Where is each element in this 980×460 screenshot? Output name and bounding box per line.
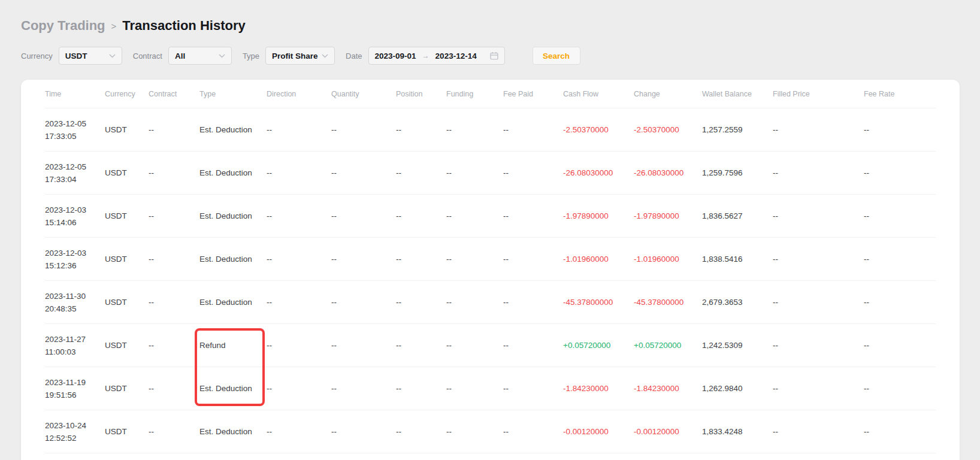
cell-fee_rate: -- (864, 211, 936, 220)
column-header-quantity: Quantity (331, 90, 396, 98)
cell-position: -- (396, 168, 446, 177)
column-header-direction: Direction (267, 90, 331, 98)
column-header-cash_flow: Cash Flow (563, 90, 634, 98)
transaction-table-card: TimeCurrencyContractTypeDirectionQuantit… (21, 80, 960, 460)
cell-fee_rate: -- (864, 384, 936, 393)
cell-time: 2023-11-2711:00:03 (45, 333, 105, 358)
table-row: 2023-10-2412:52:52USDT--Est. Deduction--… (45, 410, 936, 453)
cell-type: Est. Deduction (199, 427, 267, 436)
breadcrumb-parent-link[interactable]: Copy Trading (21, 18, 105, 34)
breadcrumb: Copy Trading > Transaction History (21, 18, 246, 34)
cell-funding: -- (446, 427, 503, 436)
cell-fee_paid: -- (503, 125, 563, 134)
cell-cash_flow: -1.97890000 (563, 211, 634, 220)
search-button[interactable]: Search (533, 47, 580, 65)
cell-quantity: -- (331, 341, 396, 350)
cell-position: -- (396, 384, 446, 393)
cell-cash_flow: -26.08030000 (563, 168, 634, 177)
contract-select[interactable]: All (168, 47, 232, 65)
cell-time: 2023-12-0517:33:05 (45, 117, 105, 143)
cell-funding: -- (446, 211, 503, 220)
cell-type: Est. Deduction (199, 168, 267, 177)
table-row: 2023-11-3020:48:35USDT--Est. Deduction--… (45, 281, 936, 324)
date-from-value[interactable]: 2023-09-01 (375, 52, 416, 60)
date-to-value[interactable]: 2023-12-14 (435, 52, 477, 60)
cell-fee_rate: -- (864, 341, 936, 350)
cell-contract: -- (149, 384, 199, 393)
cell-contract: -- (149, 168, 199, 177)
cell-position: -- (396, 255, 446, 264)
column-header-filled_price: Filled Price (773, 90, 864, 98)
chevron-down-icon (109, 54, 116, 58)
cell-position: -- (396, 211, 446, 220)
breadcrumb-separator: > (111, 21, 117, 31)
cell-currency: USDT (105, 384, 149, 393)
cell-wallet_balance: 1,257.2559 (702, 125, 773, 134)
column-header-position: Position (396, 90, 446, 98)
cell-cash_flow: -1.01960000 (563, 255, 634, 264)
cell-currency: USDT (105, 298, 149, 307)
date-range-picker[interactable]: 2023-09-01 → 2023-12-14 (368, 47, 505, 65)
table-body: 2023-12-0517:33:05USDT--Est. Deduction--… (45, 108, 936, 453)
cell-currency: USDT (105, 211, 149, 220)
cell-fee_rate: -- (864, 168, 936, 177)
cell-type: Est. Deduction (199, 125, 267, 134)
cell-wallet_balance: 1,833.4248 (702, 427, 773, 436)
cell-quantity: -- (331, 427, 396, 436)
cell-change: +0.05720000 (634, 341, 702, 350)
cell-filled_price: -- (773, 211, 864, 220)
cell-change: -0.00120000 (634, 427, 702, 436)
cell-change: -1.97890000 (634, 211, 702, 220)
cell-type: Est. Deduction (199, 255, 267, 264)
cell-contract: -- (149, 341, 199, 350)
table-row: 2023-12-0517:33:05USDT--Est. Deduction--… (45, 108, 936, 152)
cell-filled_price: -- (773, 384, 864, 393)
cell-change: -45.37800000 (634, 298, 702, 307)
contract-filter-label: Contract (133, 52, 162, 60)
contract-select-value: All (175, 52, 185, 60)
cell-direction: -- (267, 168, 331, 177)
cell-quantity: -- (331, 168, 396, 177)
cell-type: Est. Deduction (199, 211, 267, 220)
cell-fee_paid: -- (503, 255, 563, 264)
date-range-arrow-icon: → (422, 52, 429, 60)
column-header-type: Type (199, 90, 267, 98)
cell-wallet_balance: 1,262.9840 (702, 384, 773, 393)
cell-wallet_balance: 1,838.5416 (702, 255, 773, 264)
cell-contract: -- (149, 255, 199, 264)
currency-select[interactable]: USDT (59, 47, 122, 65)
cell-type: Est. Deduction (199, 384, 267, 393)
cell-cash_flow: -45.37800000 (563, 298, 634, 307)
cell-cash_flow: +0.05720000 (563, 341, 634, 350)
type-select[interactable]: Profit Share (265, 47, 335, 65)
cell-fee_paid: -- (503, 427, 563, 436)
cell-currency: USDT (105, 255, 149, 264)
cell-time: 2023-12-0315:12:36 (45, 247, 105, 272)
cell-wallet_balance: 1,259.7596 (702, 168, 773, 177)
cell-position: -- (396, 341, 446, 350)
cell-currency: USDT (105, 168, 149, 177)
table-header-row: TimeCurrencyContractTypeDirectionQuantit… (45, 80, 936, 108)
column-header-funding: Funding (446, 90, 503, 98)
page-title: Transaction History (122, 18, 245, 34)
cell-direction: -- (267, 211, 331, 220)
filter-bar: Currency USDT Contract All Type Profit S… (21, 47, 580, 65)
cell-funding: -- (446, 255, 503, 264)
cell-change: -26.08030000 (634, 168, 702, 177)
cell-type: Refund (199, 341, 267, 350)
cell-change: -1.84230000 (634, 384, 702, 393)
cell-direction: -- (267, 427, 331, 436)
column-header-fee_rate: Fee Rate (864, 90, 936, 98)
cell-contract: -- (149, 211, 199, 220)
type-select-value: Profit Share (272, 52, 318, 60)
calendar-icon[interactable] (490, 52, 498, 60)
cell-fee_paid: -- (503, 384, 563, 393)
cell-direction: -- (267, 125, 331, 134)
page-background: { "breadcrumb": { "parent": "Copy Tradin… (0, 0, 980, 460)
cell-time: 2023-10-2412:52:52 (45, 419, 105, 444)
cell-time: 2023-12-0315:14:06 (45, 204, 105, 229)
cell-filled_price: -- (773, 341, 864, 350)
cell-quantity: -- (331, 125, 396, 134)
cell-quantity: -- (331, 384, 396, 393)
cell-fee_paid: -- (503, 298, 563, 307)
